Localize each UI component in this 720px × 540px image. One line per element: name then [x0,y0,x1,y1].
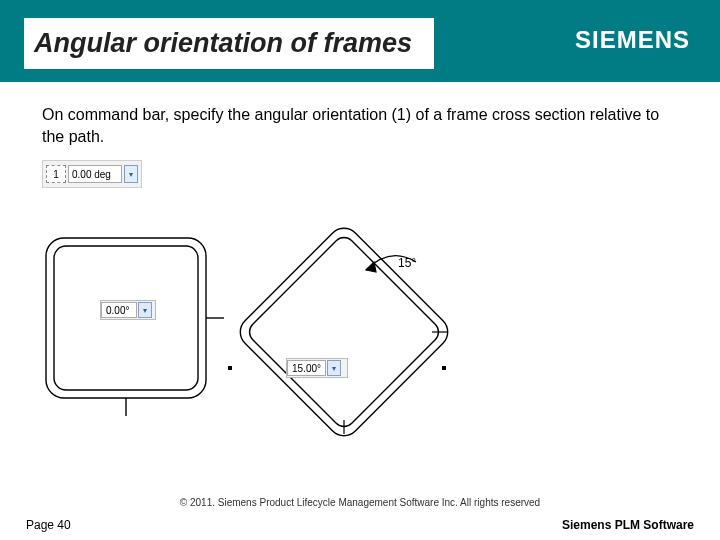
figure-area: 0.00° ▾ 15.00° ▾ 15° [34,220,454,440]
angle-dropdown-15[interactable]: 15.00° ▾ [286,358,348,378]
svg-marker-6 [366,262,376,272]
bullet-marker [442,366,446,370]
angle-value-0: 0.00° [101,302,137,318]
angle-value-15: 15.00° [287,360,326,376]
chevron-down-icon[interactable]: ▾ [138,302,152,318]
copyright-text: © 2011. Siemens Product Lifecycle Manage… [0,497,720,508]
footer-row: Page 40 Siemens PLM Software [0,518,720,532]
brand-text: Siemens PLM Software [562,518,694,532]
angle-input[interactable]: 0.00 deg [68,165,122,183]
page-number: Page 40 [26,518,71,532]
angle-dropdown-0[interactable]: 0.00° ▾ [100,300,156,320]
frames-diagram [34,220,454,440]
dropdown-arrow-icon[interactable]: ▾ [124,165,138,183]
page-title: Angular orientation of frames [34,28,412,59]
siemens-logo: SIEMENS [575,26,690,54]
marker-1: 1 [46,165,66,183]
chevron-down-icon[interactable]: ▾ [327,360,341,376]
command-bar: 1 0.00 deg ▾ [42,160,142,188]
rotation-label: 15° [398,256,416,270]
body-paragraph: On command bar, specify the angular orie… [42,104,680,147]
bullet-marker [228,366,232,370]
slide: Angular orientation of frames SIEMENS On… [0,0,720,540]
footer: © 2011. Siemens Product Lifecycle Manage… [0,497,720,532]
title-box: Angular orientation of frames [24,18,434,69]
svg-rect-4 [234,222,454,440]
